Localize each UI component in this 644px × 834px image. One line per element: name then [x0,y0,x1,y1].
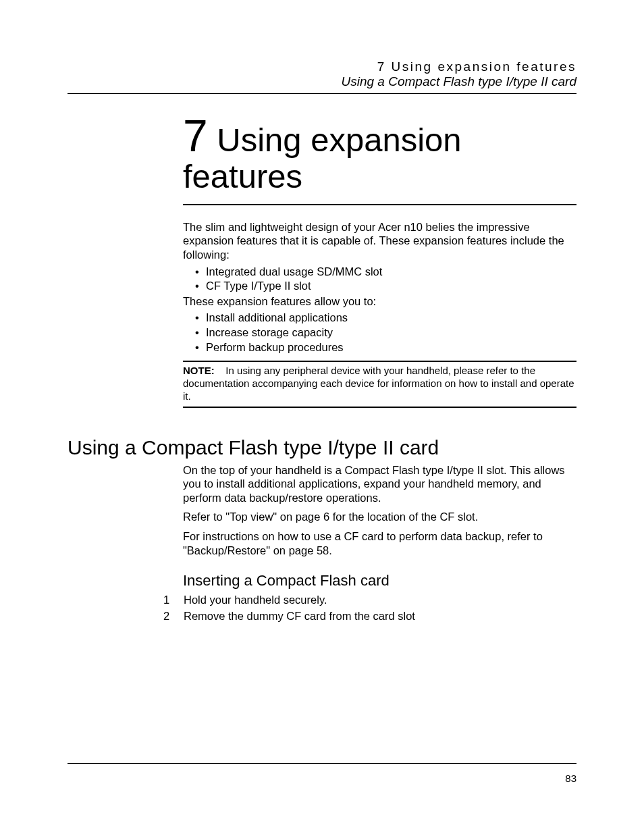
steps-list: Hold your handheld securely. Remove the … [163,592,576,623]
feature-list-2: Install additional applications Increase… [183,311,576,354]
page-number: 83 [565,773,576,784]
feature-list-1: Integrated dual usage SD/MMC slot CF Typ… [183,265,576,293]
list-item: Integrated dual usage SD/MMC slot [206,265,576,279]
header-line-2: Using a Compact Flash type I/type II car… [68,74,576,89]
intro-block: The slim and lightweight design of your … [183,220,576,355]
chapter-number: 7 [183,111,208,161]
intro-paragraph-2: These expansion features allow you to: [183,294,576,309]
section-paragraph-2: Refer to "Top view" on page 6 for the lo… [183,510,576,524]
footer-rule [68,763,576,764]
step-item: Remove the dummy CF card from the card s… [163,608,576,623]
chapter-text-1: Using expansion [208,122,462,158]
header-rule [68,93,576,94]
page: 7 Using expansion features Using a Compa… [0,0,644,834]
running-header: 7 Using expansion features Using a Compa… [68,59,576,89]
note-gap [217,365,226,376]
section-paragraph-3: For instructions on how to use a CF card… [183,529,576,557]
list-item: CF Type I/Type II slot [206,279,576,293]
chapter-title-line1: 7 Using expansion [183,113,576,159]
chapter-rule [183,204,576,205]
chapter-text-2: features [183,159,576,194]
header-line-1: 7 Using expansion features [68,59,576,74]
section-body: On the top of your handheld is a Compact… [183,463,576,558]
note-block: NOTE: In using any peripheral device wit… [183,361,576,407]
subsection-heading: Inserting a Compact Flash card [183,572,576,590]
note-text: In using any peripheral device with your… [183,365,574,402]
step-item: Hold your handheld securely. [163,592,576,607]
list-item: Perform backup procedures [206,340,576,355]
chapter-title: 7 Using expansion features [183,113,576,194]
section-heading: Using a Compact Flash type I/type II car… [68,436,576,459]
list-item: Install additional applications [206,311,576,325]
note-label: NOTE: [183,365,215,376]
section-paragraph-1: On the top of your handheld is a Compact… [183,463,576,505]
intro-paragraph-1: The slim and lightweight design of your … [183,220,576,262]
list-item: Increase storage capacity [206,325,576,340]
